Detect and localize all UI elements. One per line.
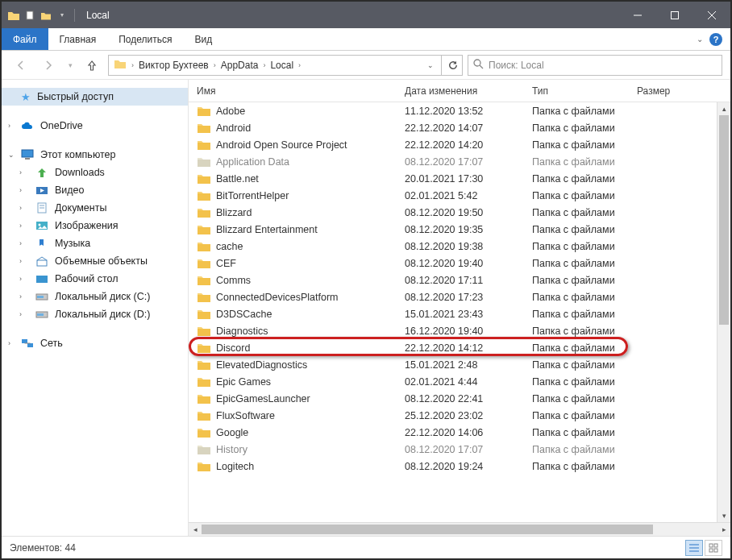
sidebar-item-icon <box>35 272 48 285</box>
table-row[interactable]: Application Data08.12.2020 17:07Папка с … <box>189 153 730 170</box>
recent-dropdown-icon[interactable]: ▾ <box>64 54 76 77</box>
sidebar-item[interactable]: ›Объемные объекты <box>2 252 188 270</box>
ribbon-tab-home[interactable]: Главная <box>48 28 108 50</box>
file-tab[interactable]: Файл <box>2 28 48 50</box>
chevron-right-icon[interactable]: › <box>8 339 10 347</box>
svg-rect-2 <box>672 11 679 19</box>
table-row[interactable]: Google22.12.2020 14:06Папка с файлами <box>189 424 730 441</box>
chevron-right-icon[interactable]: › <box>130 61 135 69</box>
table-row[interactable]: Battle.net20.01.2021 17:30Папка с файлам… <box>189 170 730 187</box>
sidebar-item[interactable]: ›Рабочий стол <box>2 270 188 288</box>
sidebar-this-pc[interactable]: ⌄ Этот компьютер <box>2 146 188 164</box>
chevron-right-icon[interactable]: › <box>297 61 302 69</box>
chevron-right-icon[interactable]: › <box>19 168 22 176</box>
chevron-right-icon[interactable]: › <box>19 239 22 247</box>
scroll-left-icon[interactable]: ◂ <box>189 523 202 536</box>
chevron-right-icon[interactable]: › <box>19 222 22 230</box>
sidebar-item[interactable]: ›Музыка <box>2 234 188 252</box>
breadcrumb-seg-0[interactable]: Виктор Бухтеев <box>135 60 212 71</box>
chevron-right-icon[interactable]: › <box>19 204 22 212</box>
ribbon-tab-share[interactable]: Поделиться <box>107 28 183 50</box>
address-bar[interactable]: › Виктор Бухтеев › AppData › Local › ⌄ <box>108 55 463 76</box>
breadcrumb-seg-2[interactable]: Local <box>267 60 297 71</box>
breadcrumb-seg-1[interactable]: AppData <box>218 60 262 71</box>
help-icon[interactable]: ? <box>709 33 722 46</box>
table-row[interactable]: ElevatedDiagnostics15.01.2021 2:48Папка … <box>189 356 730 373</box>
chevron-right-icon[interactable]: › <box>19 257 22 265</box>
chevron-right-icon[interactable]: › <box>19 292 22 301</box>
svg-rect-17 <box>36 276 48 283</box>
chevron-right-icon[interactable]: › <box>8 122 10 130</box>
file-type: Папка с файлами <box>532 122 637 134</box>
chevron-down-icon[interactable]: ⌄ <box>8 151 15 159</box>
scroll-down-icon[interactable]: ▾ <box>717 509 730 522</box>
table-row[interactable]: Android22.12.2020 14:07Папка с файлами <box>189 119 730 136</box>
titlebar[interactable]: ▾ Local <box>2 2 730 28</box>
table-row[interactable]: EpicGamesLauncher08.12.2020 22:41Папка с… <box>189 390 730 407</box>
scrollbar-thumb[interactable] <box>202 525 653 534</box>
table-row[interactable]: Comms08.12.2020 17:11Папка с файлами <box>189 272 730 288</box>
column-size[interactable]: Размер <box>637 85 730 97</box>
minimize-button[interactable] <box>619 2 656 28</box>
window-title: Local <box>86 10 110 21</box>
qat-props-icon[interactable] <box>23 8 37 23</box>
sidebar-item-label: Видео <box>55 185 85 196</box>
table-row[interactable]: Discord22.12.2020 14:12Папка с файлами <box>189 339 730 356</box>
table-row[interactable]: Logitech08.12.2020 19:24Папка с файлами <box>189 458 730 475</box>
sidebar-item[interactable]: ›Документы <box>2 199 188 217</box>
table-row[interactable]: Diagnostics16.12.2020 19:40Папка с файла… <box>189 322 730 339</box>
view-icons-button[interactable] <box>705 540 722 556</box>
table-row[interactable]: BitTorrentHelper02.01.2021 5:42Папка с ф… <box>189 187 730 204</box>
vertical-scrollbar[interactable]: ▴ ▾ <box>717 102 730 522</box>
chevron-right-icon[interactable]: › <box>212 61 218 69</box>
table-row[interactable]: FluxSoftware25.12.2020 23:02Папка с файл… <box>189 407 730 424</box>
table-row[interactable]: Blizzard Entertainment08.12.2020 19:35Па… <box>189 221 730 238</box>
sidebar-item[interactable]: ›Локальный диск (D:) <box>2 305 188 323</box>
sidebar-item[interactable]: ›Видео <box>2 181 188 199</box>
table-row[interactable]: Blizzard08.12.2020 19:50Папка с файлами <box>189 204 730 221</box>
svg-rect-16 <box>37 260 47 266</box>
refresh-button[interactable] <box>441 56 462 75</box>
chevron-right-icon[interactable]: › <box>19 186 22 194</box>
forward-button[interactable] <box>37 54 60 77</box>
table-row[interactable]: cache08.12.2020 19:38Папка с файлами <box>189 238 730 255</box>
column-date[interactable]: Дата изменения <box>405 85 532 97</box>
file-list[interactable]: Adobe11.12.2020 13:52Папка с файламиAndr… <box>189 102 730 536</box>
address-dropdown-icon[interactable]: ⌄ <box>420 56 441 75</box>
sidebar-network[interactable]: › Сеть <box>2 334 188 352</box>
sidebar-item[interactable]: ›Локальный диск (C:) <box>2 288 188 305</box>
up-button[interactable] <box>81 54 103 77</box>
sidebar-onedrive[interactable]: › OneDrive <box>2 117 188 135</box>
back-button[interactable] <box>10 54 32 77</box>
chevron-right-icon[interactable]: › <box>261 61 267 69</box>
horizontal-scrollbar[interactable]: ◂ ▸ <box>189 522 730 536</box>
close-button[interactable] <box>693 2 730 28</box>
file-date: 08.12.2020 19:40 <box>405 258 532 269</box>
column-name[interactable]: Имя <box>197 85 405 97</box>
ribbon-expand-icon[interactable]: ⌄ <box>697 35 703 44</box>
scroll-right-icon[interactable]: ▸ <box>717 523 730 536</box>
table-row[interactable]: Android Open Source Project22.12.2020 14… <box>189 136 730 153</box>
view-details-button[interactable] <box>685 540 703 556</box>
search-box[interactable]: Поиск: Local <box>468 55 722 76</box>
table-row[interactable]: D3DSCache15.01.2021 23:43Папка с файлами <box>189 305 730 322</box>
table-row[interactable]: History08.12.2020 17:07Папка с файлами <box>189 441 730 458</box>
table-row[interactable]: Epic Games02.01.2021 4:44Папка с файлами <box>189 373 730 390</box>
chevron-right-icon[interactable]: › <box>19 275 22 283</box>
table-row[interactable]: CEF08.12.2020 19:40Папка с файлами <box>189 255 730 272</box>
scrollbar-thumb[interactable] <box>719 115 729 325</box>
column-headers[interactable]: Имя Дата изменения Тип Размер <box>189 80 730 102</box>
sidebar-item[interactable]: ›Downloads <box>2 164 188 181</box>
ribbon-tab-view[interactable]: Вид <box>183 28 223 50</box>
qat-folder-icon[interactable] <box>39 8 53 23</box>
chevron-right-icon[interactable]: › <box>19 310 22 318</box>
scroll-up-icon[interactable]: ▴ <box>717 102 730 115</box>
column-type[interactable]: Тип <box>532 85 637 97</box>
maximize-button[interactable] <box>656 2 693 28</box>
qat-dropdown-icon[interactable]: ▾ <box>55 8 69 23</box>
sidebar-item[interactable]: ›Изображения <box>2 217 188 234</box>
sidebar-quick-access[interactable]: ★ Быстрый доступ <box>2 88 188 106</box>
svg-rect-0 <box>27 11 33 19</box>
table-row[interactable]: ConnectedDevicesPlatform08.12.2020 17:23… <box>189 288 730 305</box>
table-row[interactable]: Adobe11.12.2020 13:52Папка с файлами <box>189 102 730 119</box>
